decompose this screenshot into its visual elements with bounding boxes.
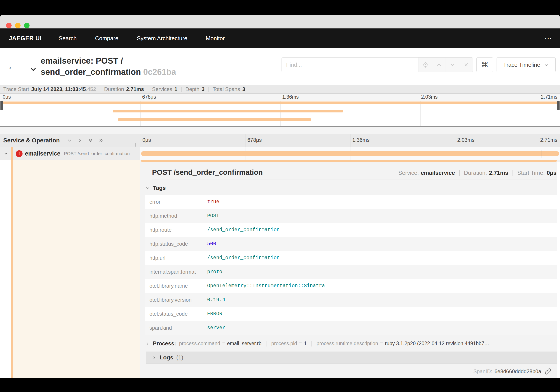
find-input[interactable]: [282, 58, 419, 72]
tag-row: span.kindserver: [145, 321, 557, 335]
timeline-gridline: [350, 134, 350, 147]
span-service-name: emailservice: [25, 150, 60, 157]
nav-item-system-architecture[interactable]: System Architecture: [137, 35, 187, 42]
span-id-value: 6e8d660dddd28b0a: [494, 368, 541, 374]
nav-item-compare[interactable]: Compare: [95, 35, 118, 42]
minimap-tick-labels: 0μs 678μs 1.36ms 2.03ms 2.71ms: [0, 94, 560, 101]
macos-titlebar: [0, 15, 560, 29]
chevron-right-icon: [145, 341, 150, 346]
chevron-up-icon: [436, 61, 442, 68]
locate-icon: [422, 62, 429, 68]
services-label: Services: [152, 86, 172, 92]
chevron-down-icon: [449, 61, 456, 68]
process-section-header[interactable]: Process: process.command=email_server.rb…: [145, 340, 557, 347]
viewport-drag-handle-right[interactable]: [557, 101, 560, 110]
minimize-window-button[interactable]: [15, 23, 20, 28]
tick-label: 678μs: [142, 94, 156, 100]
column-resize-handle[interactable]: [135, 143, 137, 147]
error-log-tick: [541, 150, 541, 158]
tick-label: 1.36ms: [282, 94, 299, 100]
span-row[interactable]: ! emailservice POST /send_order_confirma…: [0, 147, 560, 160]
span-graph-header: Service & Operation 0μs 678μs 1.36ms 2.0…: [0, 134, 560, 147]
app-window: JAEGER UI Search Compare System Architec…: [0, 15, 560, 378]
collapse-all-icon[interactable]: [88, 138, 93, 143]
find-clear-button[interactable]: [459, 58, 473, 72]
find-prev-button[interactable]: [432, 58, 446, 72]
error-icon: !: [16, 150, 22, 157]
tags-table: errortrue http.methodPOST http.route/sen…: [145, 195, 557, 335]
tags-title: Tags: [153, 185, 166, 191]
find-group: [281, 57, 473, 72]
scrollbar-gutter[interactable]: [557, 162, 560, 378]
depth-value: 3: [202, 86, 205, 92]
tags-section-header[interactable]: Tags: [145, 185, 560, 191]
services-value: 1: [174, 86, 177, 92]
duration-meta-label: Duration:: [464, 170, 487, 176]
service-meta-value: emailservice: [421, 170, 455, 176]
trace-minimap[interactable]: [0, 101, 560, 127]
nav-overflow-icon[interactable]: ⋯: [544, 34, 552, 43]
tick-label: 678μs: [247, 137, 262, 143]
tick-label: 1.36ms: [352, 137, 370, 143]
tag-row: http.url/send_order_confirmation: [145, 251, 557, 265]
detail-span-bar: [141, 160, 557, 162]
minimap-span-bar: [113, 110, 343, 112]
tag-row: otel.library.version0.19.4: [145, 293, 557, 307]
viewport-drag-handle-left[interactable]: [0, 101, 3, 110]
keyboard-shortcuts-button[interactable]: ⌘: [476, 57, 493, 72]
nav-item-monitor[interactable]: Monitor: [206, 35, 225, 42]
chevron-down-icon: [145, 185, 150, 191]
command-key-icon: ⌘: [481, 60, 489, 69]
trace-view-selector[interactable]: Trace Timeline: [497, 57, 556, 72]
find-next-button[interactable]: [446, 58, 459, 72]
trace-title: emailservice: POST / send_order_confirma…: [41, 55, 176, 78]
back-arrow-icon: ←: [7, 62, 17, 71]
span-operation-name: POST /send_order_confirmation: [64, 151, 130, 156]
logs-section-header[interactable]: Logs (1): [146, 352, 557, 364]
close-window-button[interactable]: [6, 23, 12, 28]
trace-start-label: Trace Start: [3, 86, 29, 92]
span-id-row: SpanID: 6e8d660dddd28b0a: [140, 368, 560, 375]
total-spans-label: Total Spans: [213, 86, 240, 92]
collapse-span-chevron-icon[interactable]: [3, 151, 9, 156]
nav-item-search[interactable]: Search: [59, 35, 77, 42]
back-button[interactable]: ←: [0, 48, 24, 85]
close-icon: [463, 62, 469, 68]
duration-label: Duration: [104, 86, 124, 92]
locate-span-button[interactable]: [419, 58, 432, 72]
expand-all-icon[interactable]: [98, 138, 104, 143]
service-color-strip: [11, 147, 13, 160]
start-time-meta-value: 0μs: [547, 170, 557, 176]
service-color-strip: [11, 160, 13, 378]
tag-row: otel.status_codeERROR: [145, 307, 557, 321]
zoom-window-button[interactable]: [24, 23, 30, 28]
span-detail-title: POST /send_order_confirmation: [152, 168, 263, 177]
jaeger-logo[interactable]: JAEGER UI: [9, 35, 41, 42]
tick-label: 2.03ms: [421, 94, 438, 100]
timeline-gridline: [245, 134, 245, 147]
collapse-trace-chevron-icon[interactable]: [29, 65, 38, 74]
tag-row: http.route/send_order_confirmation: [145, 223, 557, 237]
trace-start-millis: .452: [86, 86, 96, 92]
expand-one-icon[interactable]: [77, 138, 83, 143]
duration-meta-value: 2.71ms: [489, 170, 508, 176]
top-navbar: JAEGER UI Search Compare System Architec…: [0, 29, 560, 48]
duration-value: 2.71ms: [126, 86, 144, 92]
copy-link-icon[interactable]: [545, 368, 551, 375]
depth-label: Depth: [186, 86, 200, 92]
span-detail-panel: POST /send_order_confirmation Service: e…: [140, 160, 560, 378]
total-spans-value: 3: [242, 86, 245, 92]
logs-count: (1): [176, 354, 183, 361]
chevron-down-icon: [544, 62, 549, 68]
span-duration-bar[interactable]: [141, 151, 559, 156]
tick-label: 2.03ms: [457, 137, 474, 143]
spacer: [0, 127, 560, 134]
service-operation-header: Service & Operation: [3, 137, 60, 144]
minimap-span-bar: [118, 118, 311, 121]
tick-label: 0μs: [142, 137, 151, 143]
detail-name-column-backdrop: [13, 160, 140, 378]
left-gutter: [0, 160, 11, 378]
tag-row: http.status_code500: [145, 237, 557, 251]
minimap-gridline: [420, 101, 420, 126]
collapse-one-icon[interactable]: [67, 138, 72, 143]
